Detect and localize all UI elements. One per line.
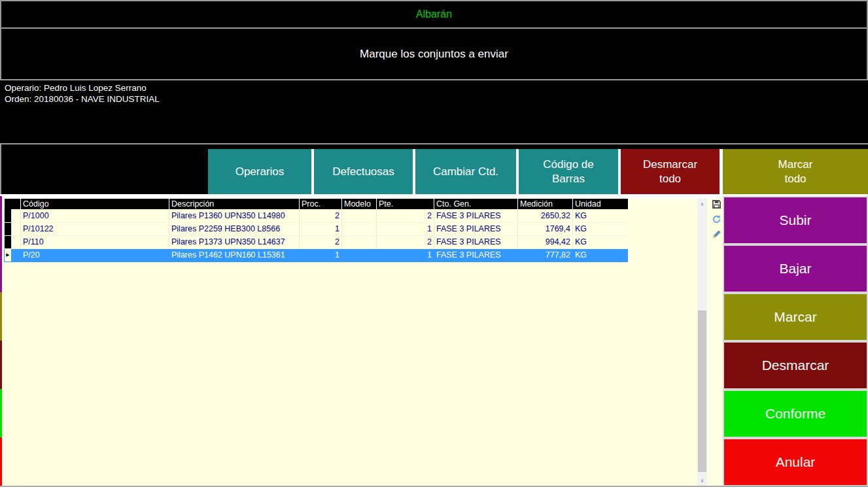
marcar-button-label: Marcar <box>774 309 816 325</box>
cell-descripcion: Pilares P2259 HEB300 L8566 <box>169 222 300 235</box>
cell-codigo: P/1000 <box>21 209 169 222</box>
defectuosas-button-label: Defectuosas <box>332 165 394 178</box>
operarios-button[interactable]: Operarios <box>208 149 311 194</box>
operario-line: Operario: Pedro Luis Lopez Serrano <box>5 82 868 93</box>
desmarcar-todo-button-label: Desmarcar todo <box>633 158 708 186</box>
cell-modelo <box>342 209 377 222</box>
scroll-down-arrow-icon[interactable]: ∨ <box>697 476 707 486</box>
cell-unidad: KG <box>573 248 628 261</box>
desmarcar-button-label: Desmarcar <box>762 358 829 373</box>
cell-descripcion: Pilares P1462 UPN160 L15361 <box>169 248 300 261</box>
col-header-codigo[interactable]: Código <box>21 199 169 209</box>
subtitle-bar: Marque los conjuntos a enviar <box>0 29 868 80</box>
cell-modelo <box>342 248 377 261</box>
cell-pte: 1 <box>377 222 434 235</box>
row-selector-cell: ▶ <box>5 248 12 261</box>
cell-pte: 1 <box>377 248 434 261</box>
table-row[interactable]: P/10122 Pilares P2259 HEB300 L8566 1 1 F… <box>5 222 628 235</box>
current-row-arrow-icon: ▶ <box>6 252 9 257</box>
conforme-button[interactable]: Conforme <box>723 390 868 438</box>
desmarcar-todo-button[interactable]: Desmarcar todo <box>621 149 720 194</box>
col-header-pte[interactable]: Pte. <box>377 199 434 209</box>
page-title: Albarán <box>416 8 452 20</box>
cell-proc: 1 <box>300 222 342 235</box>
row-selector-cell <box>5 209 12 222</box>
operarios-button-label: Operarios <box>235 165 285 178</box>
spacer-cell <box>12 209 21 222</box>
cell-codigo: P/110 <box>21 235 169 248</box>
refresh-icon[interactable] <box>712 214 721 224</box>
left-edge-button-slivers <box>0 196 2 486</box>
cell-descripcion: Pilares P1360 UPN350 L14980 <box>169 209 300 222</box>
cell-modelo <box>342 235 377 248</box>
cell-cto-gen: FASE 3 PILARES <box>434 222 518 235</box>
vertical-scrollbar[interactable]: ∧ ∨ <box>697 199 707 486</box>
row-selector-cell <box>5 235 12 248</box>
cell-proc: 2 <box>300 235 342 248</box>
col-header-proc[interactable]: Proc. <box>300 199 342 209</box>
row-selector-header <box>5 199 12 209</box>
spacer-cell <box>12 235 21 248</box>
codigo-de-barras-button-label: Código de Barras <box>530 158 606 186</box>
cell-cto-gen: FASE 3 PILARES <box>434 235 518 248</box>
cell-medicion: 994,42 <box>518 235 573 248</box>
cambiar-ctd-button-label: Cambiar Ctd. <box>433 165 498 178</box>
toolbar-left-panel <box>0 144 208 194</box>
codigo-de-barras-button[interactable]: Código de Barras <box>519 149 618 194</box>
row-selector-cell <box>5 222 12 235</box>
cell-pte: 2 <box>377 235 434 248</box>
anular-button-label: Anular <box>776 454 816 470</box>
subir-button-label: Subir <box>779 212 811 228</box>
cell-modelo <box>342 222 377 235</box>
orden-line: Orden: 20180036 - NAVE INDUSTRIAL <box>5 93 868 105</box>
spacer-cell <box>12 248 21 261</box>
scroll-up-arrow-icon[interactable]: ∧ <box>697 199 707 209</box>
table-row[interactable]: P/1000 Pilares P1360 UPN350 L14980 2 2 F… <box>5 209 628 222</box>
col-header-descripcion[interactable]: Descripción <box>169 199 300 209</box>
col-header-medicion[interactable]: Medición <box>518 199 573 209</box>
cell-proc: 1 <box>300 248 342 261</box>
cell-medicion: 777,82 <box>518 248 573 261</box>
info-area: Operario: Pedro Luis Lopez Serrano Orden… <box>0 80 868 149</box>
table-row[interactable]: P/110 Pilares P1373 UPN350 L14637 2 2 FA… <box>5 235 628 248</box>
cell-unidad: KG <box>573 222 628 235</box>
col-header-modelo[interactable]: Modelo <box>342 199 377 209</box>
cell-codigo: P/20 <box>21 248 169 261</box>
scrollbar-thumb[interactable] <box>698 311 706 472</box>
table-header-row: Código Descripción Proc. Modelo Pte. Cto… <box>5 199 628 209</box>
defectuosas-button[interactable]: Defectuosas <box>314 149 413 194</box>
spacer-cell <box>12 222 21 235</box>
cell-cto-gen: FASE 3 PILARES <box>434 209 518 222</box>
spacer-header <box>12 199 21 209</box>
title-bar: Albarán <box>0 0 868 29</box>
albaran-window: Albarán Marque los conjuntos a enviar Op… <box>0 0 868 487</box>
desmarcar-button[interactable]: Desmarcar <box>723 341 868 390</box>
cell-unidad: KG <box>573 235 628 248</box>
anular-button[interactable]: Anular <box>723 438 868 486</box>
cell-unidad: KG <box>573 209 628 222</box>
conjuntos-table: Código Descripción Proc. Modelo Pte. Cto… <box>4 199 628 262</box>
cell-cto-gen: FASE 3 PILARES <box>434 248 518 261</box>
marcar-button[interactable]: Marcar <box>723 293 868 341</box>
cambiar-ctd-button[interactable]: Cambiar Ctd. <box>415 149 516 194</box>
cell-medicion: 2650,32 <box>518 209 573 222</box>
cell-proc: 2 <box>300 209 342 222</box>
subir-button[interactable]: Subir <box>723 196 868 244</box>
conforme-button-label: Conforme <box>765 406 825 422</box>
col-header-unidad[interactable]: Unidad <box>573 199 628 209</box>
cell-medicion: 1769,4 <box>518 222 573 235</box>
save-icon[interactable] <box>712 199 721 209</box>
instruction-text: Marque los conjuntos a enviar <box>360 48 508 61</box>
grid-tool-icons <box>711 199 722 239</box>
bajar-button[interactable]: Bajar <box>723 244 868 293</box>
marcar-todo-button[interactable]: Marcar todo <box>723 149 868 194</box>
cell-descripcion: Pilares P1373 UPN350 L14637 <box>169 235 300 248</box>
col-header-cto-gen[interactable]: Cto. Gen. <box>434 199 518 209</box>
cell-pte: 2 <box>377 209 434 222</box>
cell-codigo: P/10122 <box>21 222 169 235</box>
bajar-button-label: Bajar <box>779 261 811 277</box>
pencil-icon[interactable] <box>712 229 721 239</box>
table-row-selected[interactable]: ▶ P/20 Pilares P1462 UPN160 L15361 1 1 F… <box>5 248 628 261</box>
marcar-todo-button-label: Marcar todo <box>768 158 823 186</box>
